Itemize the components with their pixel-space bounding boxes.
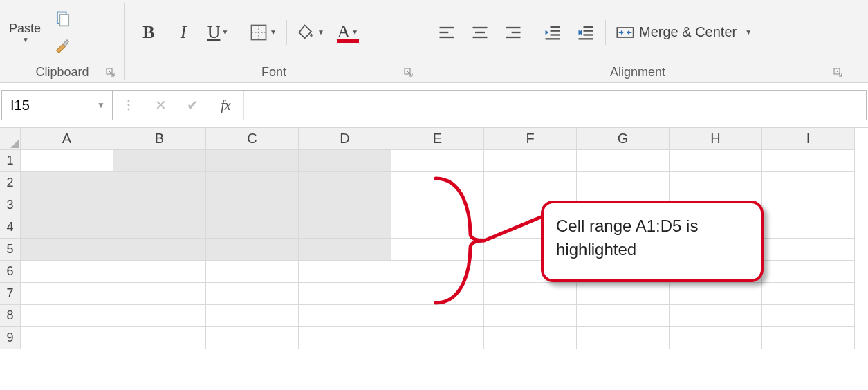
cell[interactable] <box>577 283 670 305</box>
borders-split-button[interactable]: ▼ <box>246 16 279 49</box>
insert-function-button[interactable]: fx <box>208 91 244 120</box>
font-dialog-launcher[interactable] <box>403 67 414 78</box>
decrease-indent-button[interactable] <box>539 16 566 49</box>
chevron-down-icon[interactable]: ▼ <box>97 100 105 110</box>
column-header[interactable]: H <box>670 128 762 150</box>
cell[interactable] <box>484 172 577 194</box>
name-box-input[interactable] <box>9 97 78 114</box>
cell[interactable] <box>21 305 113 327</box>
cell[interactable] <box>391 261 484 283</box>
cell[interactable] <box>299 305 391 327</box>
underline-split-button[interactable]: U ▼ <box>204 16 232 49</box>
cell[interactable] <box>299 216 391 239</box>
cell[interactable] <box>762 172 855 194</box>
cell[interactable] <box>206 150 299 172</box>
cell[interactable] <box>206 239 299 261</box>
name-box[interactable]: ▼ <box>2 91 113 120</box>
cell[interactable] <box>21 327 113 349</box>
row-header[interactable]: 9 <box>0 327 21 349</box>
cell[interactable] <box>113 239 206 261</box>
cell[interactable] <box>391 216 484 239</box>
cell[interactable] <box>206 327 299 349</box>
cell[interactable] <box>206 261 299 283</box>
cell[interactable] <box>577 172 670 194</box>
italic-button[interactable]: I <box>169 16 197 49</box>
cell[interactable] <box>206 194 299 216</box>
cell[interactable] <box>762 261 855 283</box>
cell[interactable] <box>484 327 577 349</box>
cell[interactable] <box>391 239 484 261</box>
column-header[interactable]: E <box>391 128 484 150</box>
row-header[interactable]: 4 <box>0 216 21 239</box>
cell[interactable] <box>206 172 299 194</box>
cell[interactable] <box>577 150 670 172</box>
merge-center-split-button[interactable]: Merge & Center ▼ <box>611 16 764 49</box>
increase-indent-button[interactable] <box>572 16 600 49</box>
paste-button[interactable]: Paste ▼ <box>6 8 44 57</box>
cell[interactable] <box>577 327 670 349</box>
cell[interactable] <box>762 327 855 349</box>
cell[interactable] <box>484 150 577 172</box>
cell[interactable] <box>206 283 299 305</box>
cell[interactable] <box>113 327 206 349</box>
cell[interactable] <box>762 194 855 216</box>
row-header[interactable]: 2 <box>0 172 21 194</box>
column-header[interactable]: D <box>299 128 391 150</box>
column-header[interactable]: I <box>762 128 855 150</box>
fill-color-split-button[interactable]: ▼ <box>294 16 327 49</box>
cell[interactable] <box>670 327 762 349</box>
copy-button[interactable] <box>48 8 77 30</box>
cell[interactable] <box>21 150 113 172</box>
font-color-split-button[interactable]: A ▼ <box>334 16 362 49</box>
cell[interactable] <box>21 194 113 216</box>
column-header[interactable]: F <box>484 128 577 150</box>
row-header[interactable]: 3 <box>0 194 21 216</box>
cell[interactable] <box>299 261 391 283</box>
cell[interactable] <box>113 194 206 216</box>
cell[interactable] <box>391 150 484 172</box>
cell[interactable] <box>391 194 484 216</box>
enter-formula-button[interactable]: ✔ <box>176 91 208 120</box>
cell[interactable] <box>113 216 206 239</box>
cell[interactable] <box>484 283 577 305</box>
cell[interactable] <box>762 216 855 239</box>
cell[interactable] <box>391 305 484 327</box>
cell[interactable] <box>299 194 391 216</box>
cell[interactable] <box>299 172 391 194</box>
cell[interactable] <box>113 261 206 283</box>
cell[interactable] <box>762 283 855 305</box>
column-header[interactable]: A <box>21 128 113 150</box>
cell[interactable] <box>206 216 299 239</box>
cell[interactable] <box>391 172 484 194</box>
formula-input[interactable] <box>244 91 866 120</box>
format-painter-button[interactable] <box>48 35 77 57</box>
cell[interactable] <box>577 305 670 327</box>
select-all-cell[interactable] <box>0 128 21 150</box>
cell[interactable] <box>391 327 484 349</box>
cell[interactable] <box>21 283 113 305</box>
align-center-button[interactable] <box>466 16 494 49</box>
cell[interactable] <box>113 150 206 172</box>
cell[interactable] <box>299 327 391 349</box>
clipboard-dialog-launcher[interactable] <box>105 67 116 78</box>
cell[interactable] <box>206 305 299 327</box>
row-header[interactable]: 1 <box>0 150 21 172</box>
cell[interactable] <box>670 150 762 172</box>
cell[interactable] <box>21 239 113 261</box>
cancel-formula-button[interactable]: ✕ <box>145 91 176 120</box>
row-header[interactable]: 7 <box>0 283 21 305</box>
column-header[interactable]: B <box>113 128 206 150</box>
cell[interactable] <box>670 283 762 305</box>
cell[interactable] <box>299 283 391 305</box>
row-header[interactable]: 6 <box>0 261 21 283</box>
row-header[interactable]: 8 <box>0 305 21 327</box>
alignment-dialog-launcher[interactable] <box>833 67 844 78</box>
cell[interactable] <box>484 305 577 327</box>
column-header[interactable]: G <box>577 128 670 150</box>
cell[interactable] <box>21 172 113 194</box>
cell[interactable] <box>762 305 855 327</box>
bold-button[interactable]: B <box>135 16 163 49</box>
align-right-button[interactable] <box>499 16 527 49</box>
cell[interactable] <box>113 283 206 305</box>
column-header[interactable]: C <box>206 128 299 150</box>
